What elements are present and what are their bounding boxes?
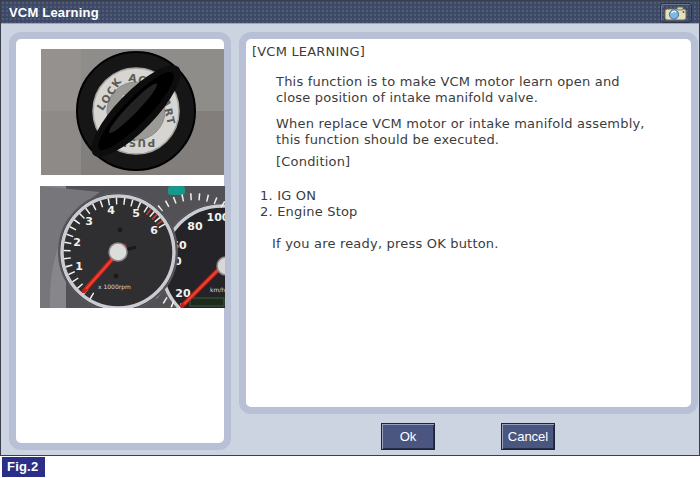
ok-button[interactable]: Ok xyxy=(381,423,435,450)
photo-panel: LOCK ACC START PUSH xyxy=(9,32,231,450)
doc-paragraph-1: This function is to make VCM motor learn… xyxy=(276,74,687,106)
doc-heading: [VCM LEARNING] xyxy=(252,44,687,60)
camera-icon xyxy=(664,6,688,21)
instruction-panel: [VCM LEARNING] This function is to make … xyxy=(239,32,698,414)
tach-unit: x 1000rpm xyxy=(98,283,131,291)
tach-5: 5 xyxy=(132,207,140,220)
ignition-key-photo: LOCK ACC START PUSH xyxy=(41,49,224,175)
condition-item-2: 2. Engine Stop xyxy=(260,204,687,220)
ready-prompt: If you are ready, press OK button. xyxy=(272,236,687,252)
instruction-text: [VCM LEARNING] This function is to make … xyxy=(252,44,687,252)
speedo-80: 80 xyxy=(187,220,203,233)
title-bar: VCM Learning xyxy=(1,1,699,24)
gauge-cluster-photo: 20 40 60 80 100 km/h xyxy=(40,186,225,308)
doc-paragraph-2: When replace VCM motor or intake manifol… xyxy=(276,116,687,148)
tach-6: 6 xyxy=(150,224,158,237)
speedo-100: 100 xyxy=(207,211,225,224)
figure-label: Fig.2 xyxy=(2,457,45,477)
condition-heading: [Condition] xyxy=(276,154,687,170)
tach-3: 3 xyxy=(85,215,93,228)
cancel-button[interactable]: Cancel xyxy=(501,423,555,450)
tach-4: 4 xyxy=(107,204,115,217)
tachometer: 1 2 3 4 5 6 x 1000rpm xyxy=(59,193,177,308)
condition-item-1: 1. IG ON xyxy=(260,188,687,204)
speedo-unit: km/h xyxy=(210,286,225,293)
tach-1: 1 xyxy=(75,260,83,273)
window-title: VCM Learning xyxy=(9,5,99,20)
tach-2: 2 xyxy=(73,236,81,249)
camera-button[interactable] xyxy=(660,3,692,23)
screenshot-root: VCM Learning xyxy=(0,0,700,478)
vcm-learning-window: VCM Learning xyxy=(0,0,700,456)
